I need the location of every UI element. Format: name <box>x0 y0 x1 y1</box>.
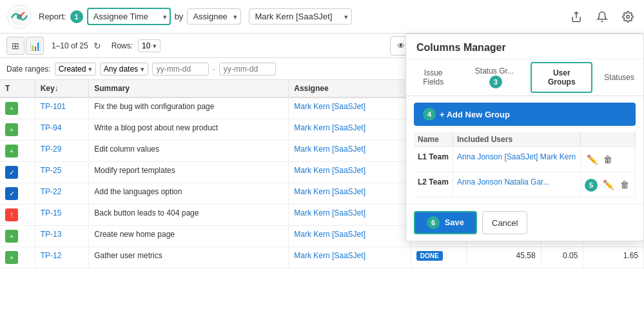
type-icon[interactable]: ! <box>5 208 18 221</box>
tab-status-groups[interactable]: Status Gr... 3 <box>460 59 528 96</box>
col-assignee: Assignee <box>289 80 411 97</box>
delete-group-button[interactable]: 🗑 <box>601 152 614 166</box>
badge-3: 3 <box>489 76 502 88</box>
rows-select-wrapper: 10 <box>138 39 161 52</box>
assignee-select[interactable]: Assignee <box>187 8 241 25</box>
assignee-link[interactable]: Mark Kern [SaaSJet] <box>294 251 366 260</box>
key-link[interactable]: TP-25 <box>41 166 62 175</box>
report-label: Report: <box>39 12 66 21</box>
row-key: TP-15 <box>35 205 89 226</box>
notification-button[interactable] <box>592 7 612 26</box>
group-row: L2 Team Anna Jonson Natalia Gar... 5 ✏️ … <box>414 172 636 197</box>
row-status: DONE <box>411 247 466 268</box>
date-type-select[interactable]: Created <box>55 63 96 76</box>
report-select[interactable]: Assignee Time <box>87 8 171 25</box>
date-period-wrapper: Any dates <box>100 63 148 76</box>
settings-button[interactable] <box>618 7 638 26</box>
group-col-name: Name <box>414 132 453 147</box>
date-separator: - <box>213 65 215 74</box>
assignee-link[interactable]: Mark Kern [SaaSJet] <box>294 208 366 217</box>
key-link[interactable]: TP-12 <box>41 251 62 260</box>
type-icon[interactable]: + <box>5 251 18 264</box>
assignee-link[interactable]: Mark Kern [SaaSJet] <box>294 166 366 175</box>
edit-group-button[interactable]: ✏️ <box>585 152 600 166</box>
row-assignee: Mark Kern [SaaSJet] <box>289 183 411 205</box>
logo <box>6 4 32 30</box>
row-key: TP-13 <box>35 226 89 247</box>
badge-5: 5 <box>585 179 598 192</box>
key-link[interactable]: TP-13 <box>41 230 62 239</box>
cancel-button[interactable]: Cancel <box>482 211 527 234</box>
date-from-input[interactable] <box>152 63 209 76</box>
group-col-users: Included Users <box>453 132 581 147</box>
row-summary: Fix the bug with configuration page <box>89 97 289 119</box>
tab-statuses[interactable]: Statuses <box>595 59 643 96</box>
row-assignee: Mark Kern [SaaSJet] <box>289 119 411 141</box>
assignee-link[interactable]: Mark Kern [SaaSJet] <box>294 187 366 196</box>
assignee-link[interactable]: Mark Kern [SaaSJet] <box>294 102 366 111</box>
date-type-wrapper: Created <box>55 63 96 76</box>
group-actions: ✏️ 🗑 <box>580 147 635 172</box>
group-actions: 5 ✏️ 🗑 <box>580 172 635 197</box>
row-type: ! <box>0 205 35 226</box>
save-button[interactable]: 6 Save <box>414 211 477 234</box>
daterange-label: Date ranges: <box>6 65 51 74</box>
row-key: TP-29 <box>35 141 89 162</box>
col-key[interactable]: Key↓ <box>35 80 89 97</box>
group-users: Anna Jonson Natalia Gar... <box>453 172 581 197</box>
row-type: ✓ <box>0 162 35 183</box>
row-key: TP-22 <box>35 183 89 205</box>
key-link[interactable]: TP-15 <box>41 208 62 217</box>
pagination-text: 1–10 of 25 <box>52 41 88 50</box>
report-select-wrapper: Assignee Time <box>87 8 171 25</box>
row-type: + <box>0 97 35 119</box>
row-key: TP-25 <box>35 162 89 183</box>
refresh-icon[interactable]: ↻ <box>93 41 101 51</box>
row-assignee: Mark Kern [SaaSJet] <box>289 97 411 119</box>
row-type: + <box>0 141 35 162</box>
share-button[interactable] <box>567 7 586 26</box>
rows-select[interactable]: 10 <box>138 39 161 52</box>
add-group-button[interactable]: 4 + Add New Group <box>414 103 636 126</box>
type-icon[interactable]: ✓ <box>5 187 18 200</box>
type-icon[interactable]: + <box>5 145 18 157</box>
group-row: L1 Team Anna Jonson [SaaSJet] Mark Kern … <box>414 147 636 172</box>
user-select-wrapper: Mark Kern [SaaSJet] <box>249 8 352 25</box>
panel-body: 4 + Add New Group Name Included Users L1… <box>406 96 643 204</box>
type-icon[interactable]: + <box>5 102 18 115</box>
chart-view-button[interactable]: 📊 <box>26 37 44 55</box>
tab-issue-fields[interactable]: Issue Fields <box>406 59 460 96</box>
type-icon[interactable]: ✓ <box>5 166 18 179</box>
table-row: + TP-12 Gather user metrics Mark Kern [S… <box>0 247 644 268</box>
delete-group-button[interactable]: 🗑 <box>618 177 631 192</box>
type-icon[interactable]: + <box>5 230 18 243</box>
key-link[interactable]: TP-22 <box>41 187 62 196</box>
row-summary: Modify report templates <box>89 162 289 183</box>
date-to-input[interactable] <box>219 63 276 76</box>
assignee-link[interactable]: Mark Kern [SaaSJet] <box>294 230 366 239</box>
date-period-select[interactable]: Any dates <box>100 63 148 76</box>
edit-group-button[interactable]: ✏️ <box>601 177 616 192</box>
row-summary: Write a blog post about new product <box>89 119 289 141</box>
key-link[interactable]: TP-29 <box>41 145 62 154</box>
row-assignee: Mark Kern [SaaSJet] <box>289 141 411 162</box>
row-assignee: Mark Kern [SaaSJet] <box>289 205 411 226</box>
col-summary: Summary <box>89 80 289 97</box>
tab-user-groups[interactable]: User Groups <box>531 62 592 93</box>
group-name: L1 Team <box>414 147 453 172</box>
assignee-link[interactable]: Mark Kern [SaaSJet] <box>294 145 366 154</box>
row-summary: Edit column values <box>89 141 289 162</box>
add-group-label: + Add New Group <box>440 110 510 119</box>
key-link[interactable]: TP-101 <box>41 102 66 111</box>
grid-view-button[interactable]: ⊞ <box>6 37 24 55</box>
user-select[interactable]: Mark Kern [SaaSJet] <box>249 8 352 25</box>
assignee-link[interactable]: Mark Kern [SaaSJet] <box>294 123 366 132</box>
row-key: TP-94 <box>35 119 89 141</box>
type-icon[interactable]: + <box>5 123 18 136</box>
rows-label: Rows: <box>112 41 133 50</box>
row-summary: Back button leads to 404 page <box>89 205 289 226</box>
key-link[interactable]: TP-94 <box>41 123 62 132</box>
badge-1: 1 <box>70 10 83 23</box>
row-key: TP-101 <box>35 97 89 119</box>
row-l1: 45.58 <box>466 247 541 268</box>
